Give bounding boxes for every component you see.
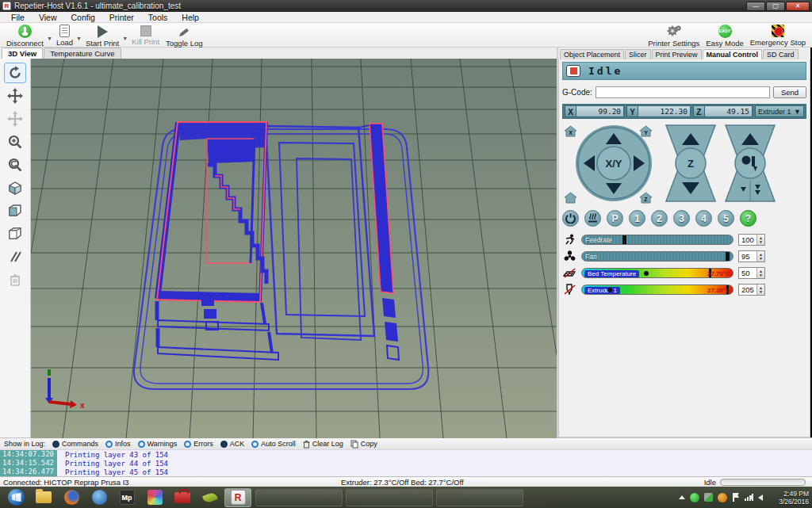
filter-warnings[interactable]: Warnings: [138, 440, 178, 448]
taskbar-clock[interactable]: 2:49 PM 3/26/2016: [779, 490, 809, 506]
taskbar-thunderbird[interactable]: [86, 488, 113, 507]
log-toolbar: Show in Log: Commands Infos Warnings Err…: [0, 437, 812, 449]
start-print-button[interactable]: Start Print: [82, 24, 122, 48]
fan-slider[interactable]: Fan: [581, 251, 733, 262]
taskbar-window-button[interactable]: [436, 489, 523, 506]
start-print-dropdown-caret[interactable]: ▼: [122, 36, 128, 41]
taskbar-paint[interactable]: [141, 488, 168, 507]
taskbar-leaf-app[interactable]: [197, 488, 224, 507]
z-jog-pad[interactable]: Z: [664, 124, 718, 204]
clear-log-button[interactable]: Clear Log: [303, 440, 343, 449]
volume-icon[interactable]: [758, 495, 763, 501]
copy-log-button[interactable]: Copy: [350, 440, 377, 449]
tray-green-icon[interactable]: [690, 493, 699, 502]
menu-view[interactable]: View: [33, 13, 63, 22]
extruder-jog-pad[interactable]: [723, 124, 777, 204]
park-button[interactable]: P: [607, 210, 623, 227]
send-button[interactable]: Send: [773, 86, 806, 98]
easy-mode-button[interactable]: EASY Easy Mode: [703, 24, 747, 48]
move-object-button[interactable]: [4, 86, 26, 106]
disconnect-dropdown-caret[interactable]: ▼: [47, 36, 52, 41]
load-button[interactable]: Load: [53, 24, 76, 47]
rotate-view-button[interactable]: [4, 63, 26, 83]
toggle-log-button[interactable]: Toggle Log: [163, 24, 205, 48]
menu-printer[interactable]: Printer: [103, 13, 140, 22]
filter-commands[interactable]: Commands: [52, 440, 98, 448]
menu-help[interactable]: Help: [175, 13, 205, 22]
preset-4-button[interactable]: 4: [695, 210, 712, 227]
tab-object-placement[interactable]: Object Placement: [560, 49, 624, 59]
tab-manual-control[interactable]: Manual Control: [703, 49, 763, 59]
menu-config[interactable]: Config: [65, 13, 102, 22]
taskbar-mediaportal[interactable]: Mp: [113, 488, 140, 507]
print-bed-3d-canvas[interactable]: x: [31, 59, 557, 438]
load-dropdown-caret[interactable]: ▼: [76, 36, 82, 41]
action-center-flag-icon[interactable]: [732, 493, 740, 502]
taskbar-window-button[interactable]: [255, 489, 343, 506]
tray-orange-icon[interactable]: [718, 493, 727, 502]
gcode-input[interactable]: [596, 86, 770, 98]
sliders: Feedrate 100 ▲▼: [562, 233, 806, 296]
tray-expand-icon[interactable]: [679, 495, 685, 499]
extruder-temperature-slider[interactable]: Extruder 1 27.30°C: [581, 285, 733, 295]
xy-jog-pad[interactable]: X/Y: [574, 124, 654, 204]
taskbar-repetier-host[interactable]: R: [224, 488, 251, 507]
preset-1-button[interactable]: 1: [629, 210, 645, 227]
bed-temp-value-spinner[interactable]: 50 ▲▼: [738, 267, 765, 279]
fan-value-spinner[interactable]: 95 ▲▼: [738, 250, 765, 262]
tab-temperature-curve[interactable]: Temperature Curve: [44, 48, 121, 59]
front-view-button[interactable]: [4, 201, 26, 221]
preset-2-button[interactable]: 2: [651, 210, 668, 227]
zoom-fit-button[interactable]: [4, 155, 26, 175]
log-timestamp: 14:34:26.477: [0, 468, 57, 476]
taskbar-firefox[interactable]: [58, 488, 85, 507]
log-output[interactable]: 14:34:07.320 Printing layer 43 of 154 14…: [0, 449, 812, 476]
taskbar-toolbox[interactable]: [169, 488, 196, 507]
bed-temperature-slider[interactable]: Bed Temperature 27.70°C: [581, 268, 733, 278]
tab-slicer[interactable]: Slicer: [625, 49, 651, 59]
print-bed: [31, 59, 557, 438]
disconnect-button[interactable]: Disconnect: [3, 24, 47, 48]
preset-3-button[interactable]: 3: [673, 210, 690, 227]
delete-object-button[interactable]: [4, 269, 26, 290]
motors-off-button[interactable]: [562, 210, 579, 227]
filter-infos[interactable]: Infos: [105, 440, 131, 448]
top-view-button[interactable]: [4, 223, 26, 244]
filter-errors[interactable]: Errors: [184, 440, 213, 448]
feedrate-slider[interactable]: Feedrate: [581, 235, 733, 245]
maximize-button[interactable]: ▢: [766, 2, 785, 11]
kill-print-button[interactable]: Kill Print: [128, 24, 163, 46]
taskbar-window-button[interactable]: [346, 489, 433, 506]
parallel-projection-button[interactable]: [4, 246, 26, 267]
zoom-in-button[interactable]: [4, 132, 26, 152]
fan-slider-thumb[interactable]: [726, 251, 730, 262]
tab-sd-card[interactable]: SD Card: [763, 49, 799, 59]
start-button[interactable]: [2, 488, 29, 507]
repetier-host-icon: R: [231, 490, 246, 505]
close-button[interactable]: ✕: [786, 2, 810, 11]
tab-print-preview[interactable]: Print Preview: [652, 49, 702, 59]
filter-auto-scroll[interactable]: Auto Scroll: [251, 440, 296, 448]
help-button[interactable]: ?: [740, 210, 756, 227]
toolbox-icon: [174, 492, 190, 503]
move-viewpoint-button[interactable]: [4, 109, 26, 129]
feedrate-slider-thumb[interactable]: [622, 235, 626, 245]
feedrate-value-spinner[interactable]: 100 ▲▼: [738, 234, 765, 246]
extruder-select[interactable]: Extruder 1▼: [755, 105, 804, 117]
emergency-stop-button[interactable]: Emergency Stop: [747, 24, 809, 48]
magnifier-reset-icon: [7, 157, 23, 173]
tray-usb-icon[interactable]: [704, 493, 713, 502]
taskbar-explorer[interactable]: [30, 488, 57, 507]
preset-5-button[interactable]: 5: [718, 210, 734, 227]
printer-settings-button[interactable]: Printer Settings: [645, 24, 703, 48]
extruder-temp-value-spinner[interactable]: 205 ▲▼: [738, 284, 765, 296]
z-position-value: 49.15: [704, 105, 753, 117]
filter-ack[interactable]: ACK: [220, 440, 245, 448]
menu-file[interactable]: File: [5, 13, 31, 22]
isometric-view-button[interactable]: [4, 178, 26, 198]
menu-tools[interactable]: Tools: [142, 13, 174, 22]
bed-temp-readout: 27.70°C: [707, 270, 730, 277]
tab-3d-view[interactable]: 3D View: [2, 48, 43, 59]
heated-bed-button[interactable]: [584, 210, 601, 227]
minimize-button[interactable]: —: [746, 2, 765, 11]
